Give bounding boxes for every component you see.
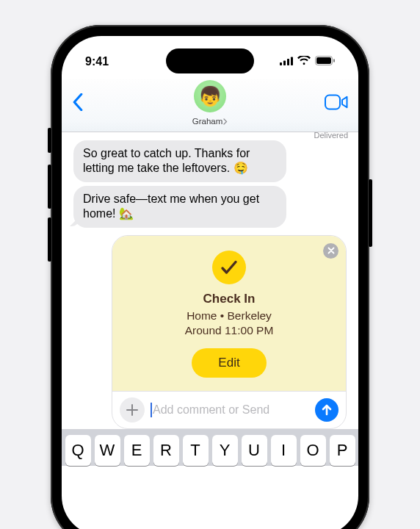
keyboard: Q W E R T Y U I O P [62, 429, 358, 466]
message-bubble[interactable]: So great to catch up. Thanks for letting… [73, 140, 286, 182]
checkin-title: Check In [123, 292, 336, 306]
side-button [369, 179, 372, 247]
dynamic-island [166, 48, 254, 73]
side-button [48, 165, 51, 209]
svg-rect-0 [280, 62, 282, 65]
delivered-label: Delivered [314, 131, 348, 140]
key-o[interactable]: O [300, 435, 326, 466]
contact-button[interactable]: 👦 Graham [107, 80, 313, 127]
key-e[interactable]: E [124, 435, 150, 466]
key-i[interactable]: I [271, 435, 297, 466]
side-button [48, 217, 51, 262]
cellular-icon [280, 55, 293, 68]
conversation-header: 👦 Graham [62, 79, 358, 132]
svg-rect-2 [287, 59, 289, 65]
battery-icon [315, 55, 335, 68]
checkin-time: Around 11:00 PM [123, 323, 336, 338]
key-q[interactable]: Q [65, 435, 91, 466]
composer-row: Add comment or Send [112, 391, 346, 428]
phone-frame: 9:41 👦 Graham [51, 25, 369, 529]
side-button [48, 128, 51, 153]
key-t[interactable]: T [183, 435, 209, 466]
composer-input[interactable]: Add comment or Send [151, 397, 309, 422]
screen: 9:41 👦 Graham [62, 36, 358, 529]
checkin-attachment: Check In Home • Berkeley Around 11:00 PM… [112, 235, 347, 429]
avatar: 👦 [194, 80, 226, 112]
message-thread: Delivered So great to catch up. Thanks f… [62, 132, 358, 429]
checkin-location: Home • Berkeley [123, 309, 336, 323]
message-bubble[interactable]: Drive safe—text me when you get home! 🏡 [73, 186, 286, 228]
send-button[interactable] [315, 398, 338, 422]
key-r[interactable]: R [153, 435, 179, 466]
svg-rect-3 [291, 57, 293, 66]
back-button[interactable] [72, 93, 107, 114]
svg-rect-5 [316, 57, 331, 64]
key-y[interactable]: Y [212, 435, 238, 466]
svg-rect-7 [325, 96, 340, 109]
key-u[interactable]: U [242, 435, 267, 466]
facetime-button[interactable] [313, 94, 348, 113]
text-cursor [151, 403, 152, 417]
plus-button[interactable] [120, 397, 145, 422]
checkmark-icon [212, 251, 246, 284]
contact-name-label: Graham [192, 117, 223, 126]
key-w[interactable]: W [95, 435, 120, 466]
wifi-icon [297, 55, 311, 68]
svg-rect-6 [333, 59, 335, 62]
status-time: 9:41 [85, 55, 109, 68]
key-p[interactable]: P [330, 435, 355, 466]
chevron-right-icon [223, 118, 228, 125]
svg-rect-1 [283, 61, 286, 66]
edit-button[interactable]: Edit [192, 348, 266, 378]
close-icon[interactable] [323, 243, 338, 259]
composer-placeholder: Add comment or Send [153, 403, 269, 417]
